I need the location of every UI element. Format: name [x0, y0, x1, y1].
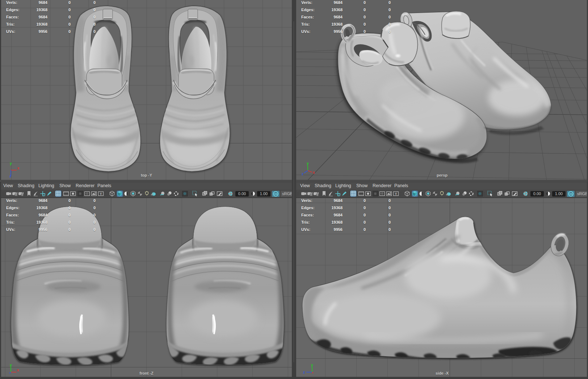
- svg-text:z: z: [302, 172, 303, 176]
- svg-text:y: y: [307, 161, 309, 165]
- svg-text:ON: ON: [274, 193, 277, 195]
- svg-text:x: x: [313, 170, 315, 174]
- svg-text:y: y: [311, 363, 313, 367]
- svg-text:z: z: [9, 174, 11, 178]
- svg-text:z: z: [303, 370, 305, 374]
- svg-text:y: y: [10, 161, 12, 165]
- svg-text:x: x: [17, 166, 20, 170]
- svg-text:x: x: [17, 368, 19, 372]
- svg-text:ON: ON: [569, 193, 572, 195]
- svg-text:y: y: [10, 363, 12, 367]
